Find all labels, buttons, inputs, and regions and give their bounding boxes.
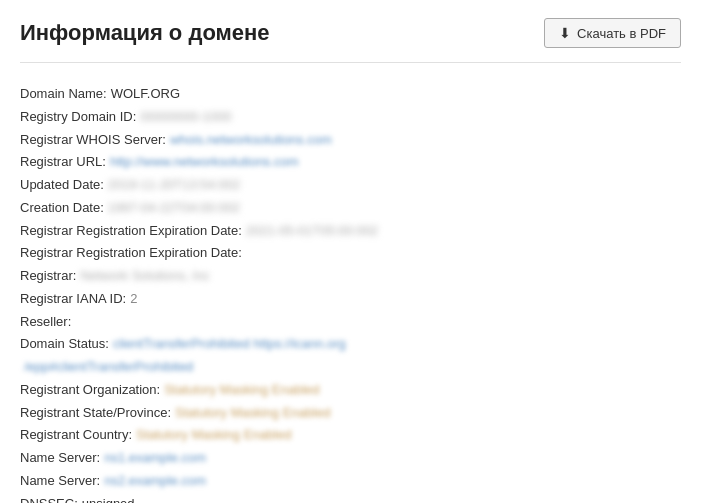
download-icon: ⬇: [559, 25, 571, 41]
registrant-org-line: Registrant Organization: Statutory Maski…: [20, 379, 681, 402]
registry-id-label: Registry Domain ID:: [20, 106, 136, 129]
iana-id-label: Registrar IANA ID:: [20, 288, 126, 311]
whois-content: Domain Name: WOLF.ORG Registry Domain ID…: [20, 83, 681, 503]
registrant-org-value: Statutory Masking Enabled: [164, 379, 319, 402]
iana-id-line: Registrar IANA ID: 2: [20, 288, 681, 311]
registrar-value: Network Solutions, Inc: [80, 265, 209, 288]
registrar-whois-line: Registrar WHOIS Server: whois.networksol…: [20, 129, 681, 152]
registrant-country-value: Statutory Masking Enabled: [136, 424, 291, 447]
expiration1-label: Registrar Registration Expiration Date:: [20, 220, 242, 243]
iana-id-value: 2: [130, 288, 137, 311]
registrant-country-label: Registrant Country:: [20, 424, 132, 447]
creation-date-label: Creation Date:: [20, 197, 104, 220]
updated-date-value: 2019-11-20T13:54:002: [108, 174, 240, 197]
reseller-label: Reseller:: [20, 311, 71, 334]
domain-name-line: Domain Name: WOLF.ORG: [20, 83, 681, 106]
page-container: Информация о домене ⬇ Скачать в PDF Doma…: [0, 0, 701, 503]
registrant-state-label: Registrant State/Province:: [20, 402, 171, 425]
ns2-label: Name Server:: [20, 470, 100, 493]
registrar-url-value: http://www.networksolutions.com: [110, 151, 299, 174]
registrar-line: Registrar: Network Solutions, Inc: [20, 265, 681, 288]
dnssec-value: unsigned: [82, 493, 135, 504]
updated-date-label: Updated Date:: [20, 174, 104, 197]
ns1-label: Name Server:: [20, 447, 100, 470]
registrar-label: Registrar:: [20, 265, 76, 288]
domain-status-label: Domain Status:: [20, 333, 109, 356]
ns2-value: ns2.example.com: [104, 470, 206, 493]
ns1-value: ns1.example.com: [104, 447, 206, 470]
registrar-url-label: Registrar URL:: [20, 151, 106, 174]
domain-status-value: clientTransferProhibited https://icann.o…: [113, 333, 346, 356]
registrar-whois-value: whois.networksolutions.com: [170, 129, 332, 152]
registry-id-line: Registry Domain ID: 00000000-1000: [20, 106, 681, 129]
domain-status-line2: /epp#clientTransferProhibited: [20, 356, 681, 379]
registrar-whois-label: Registrar WHOIS Server:: [20, 129, 166, 152]
creation-date-line: Creation Date: 1997-04-22T04:00:002: [20, 197, 681, 220]
reseller-line: Reseller:: [20, 311, 681, 334]
registrant-country-line: Registrant Country: Statutory Masking En…: [20, 424, 681, 447]
header-row: Информация о домене ⬇ Скачать в PDF: [20, 18, 681, 63]
expiration1-line: Registrar Registration Expiration Date: …: [20, 220, 681, 243]
page-title: Информация о домене: [20, 20, 270, 46]
dnssec-line: DNSSEC: unsigned: [20, 493, 681, 504]
ns2-line: Name Server: ns2.example.com: [20, 470, 681, 493]
registrant-state-line: Registrant State/Province: Statutory Mas…: [20, 402, 681, 425]
download-pdf-button[interactable]: ⬇ Скачать в PDF: [544, 18, 681, 48]
domain-name-value: WOLF.ORG: [111, 83, 180, 106]
registrar-url-line: Registrar URL: http://www.networksolutio…: [20, 151, 681, 174]
ns1-line: Name Server: ns1.example.com: [20, 447, 681, 470]
domain-name-label: Domain Name:: [20, 83, 107, 106]
registrant-state-value: Statutory Masking Enabled: [175, 402, 330, 425]
dnssec-label: DNSSEC:: [20, 493, 78, 504]
domain-status-value2: /epp#clientTransferProhibited: [24, 356, 193, 379]
registrant-org-label: Registrant Organization:: [20, 379, 160, 402]
registry-id-value: 00000000-1000: [140, 106, 231, 129]
updated-date-line: Updated Date: 2019-11-20T13:54:002: [20, 174, 681, 197]
creation-date-value: 1997-04-22T04:00:002: [108, 197, 240, 220]
domain-status-line: Domain Status: clientTransferProhibited …: [20, 333, 681, 356]
expiration2-line: Registrar Registration Expiration Date:: [20, 242, 681, 265]
expiration1-value: 2021-05-01T05:00:002: [246, 220, 378, 243]
download-label: Скачать в PDF: [577, 26, 666, 41]
expiration2-label: Registrar Registration Expiration Date:: [20, 242, 242, 265]
